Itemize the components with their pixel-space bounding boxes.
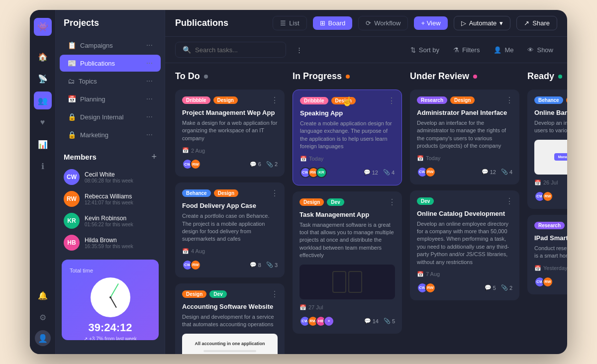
card-menu-icon[interactable]: ⋮ xyxy=(388,197,396,207)
tag-research: Research xyxy=(534,222,565,229)
card-footer: CW RW xyxy=(534,276,567,287)
card-project-mgmt[interactable]: ⋮ Dribbble Design Project Management Wep… xyxy=(175,90,285,177)
team-nav-icon[interactable]: 👥 xyxy=(34,91,52,109)
tag-dev: Dev xyxy=(327,198,344,206)
card-online-catalog[interactable]: ⋮ Dev Online Catalog Development Develop… xyxy=(410,190,519,300)
attachments-count: 3 xyxy=(275,262,278,268)
column-header-todo: To Do xyxy=(175,71,285,82)
column-dot-in-progress xyxy=(346,75,350,79)
card-stats: 💬 14 📎 5 xyxy=(364,318,395,324)
marketing-more-icon[interactable]: ··· xyxy=(146,130,153,139)
tag-behance: Behance xyxy=(182,189,211,197)
app-logo[interactable]: 👾 xyxy=(34,18,52,36)
card-avatars: CW RW xyxy=(417,167,436,178)
view-button[interactable]: + View xyxy=(414,16,447,30)
member-item-kevin[interactable]: KR Kevin Robinson 01:56:22 for this week xyxy=(56,210,165,232)
chart-nav-icon[interactable]: 📊 xyxy=(34,135,52,153)
show-button[interactable]: 👁 Show xyxy=(523,44,557,56)
card-stats: 💬 12 📎 4 xyxy=(482,169,512,175)
card-tags: Research De xyxy=(534,222,567,229)
card-avatars: CW RW xyxy=(182,260,201,271)
clock-container xyxy=(70,277,151,317)
card-avatar-2: RW xyxy=(190,159,201,170)
info-nav-icon[interactable]: ℹ xyxy=(34,157,52,175)
board-view-button[interactable]: ⊞ Board xyxy=(313,16,353,30)
campaigns-more-icon[interactable]: ··· xyxy=(146,41,153,50)
filters-button[interactable]: ⚗ Filters xyxy=(449,44,484,56)
card-menu-icon[interactable]: ⋮ xyxy=(505,95,513,105)
member-info-kevin: Kevin Robinson 01:56:22 for this week xyxy=(85,215,157,227)
comment-icon: 💬 xyxy=(485,284,492,291)
automate-icon: ▷ xyxy=(461,19,466,27)
card-ipad-smart[interactable]: ⋮ Research De IPad Smart H... Conduct re… xyxy=(527,215,567,294)
workflow-view-button[interactable]: ⟳ Workflow xyxy=(358,16,408,30)
user-avatar-icon[interactable]: 👤 xyxy=(35,330,51,346)
topics-more-icon[interactable]: ··· xyxy=(146,77,153,86)
comment-icon: 💬 xyxy=(364,318,371,324)
card-online-bank[interactable]: ⋮ Behance De Online Bank A... Develop an… xyxy=(527,90,567,209)
sidebar-item-publications[interactable]: 📰 Publications ··· xyxy=(60,55,161,72)
marketing-icon: 🔒 xyxy=(68,131,76,139)
card-menu-icon[interactable]: ⋮ xyxy=(271,289,279,299)
share-button[interactable]: ↗ Share xyxy=(516,16,557,30)
filter-icon: ⚗ xyxy=(453,46,459,54)
card-avatar-3: KR xyxy=(316,167,327,178)
sidebar-design-internal-label: Design Internal xyxy=(80,113,142,121)
sidebar-item-marketing[interactable]: 🔒 Marketing ··· xyxy=(60,126,161,143)
attachment-icon: 📎 xyxy=(266,161,273,168)
attachments-stat: 📎 2 xyxy=(266,161,278,168)
sidebar-item-planning[interactable]: 📅 Planning ··· xyxy=(60,91,161,107)
list-icon: ☰ xyxy=(280,19,286,27)
card-menu-icon[interactable]: ⋮ xyxy=(271,188,279,198)
card-menu-icon[interactable]: ⋮ xyxy=(388,96,396,105)
bell-nav-icon[interactable]: 🔔 xyxy=(34,286,52,304)
manage-thumb: Manage your finances wisely xyxy=(534,140,567,175)
comment-icon: 💬 xyxy=(482,169,489,175)
comments-stat: 💬 12 xyxy=(482,169,496,175)
member-item-hilda[interactable]: HB Hilda Brown 16:35:59 for this week xyxy=(56,232,165,254)
me-button[interactable]: 👤 Me xyxy=(490,44,517,56)
sidebar-item-topics[interactable]: 🗂 Topics ··· xyxy=(60,73,161,90)
list-view-button[interactable]: ☰ List xyxy=(273,16,306,30)
settings-nav-icon[interactable]: ⚙ xyxy=(34,308,52,326)
heart-nav-icon[interactable]: ♥ xyxy=(34,113,52,131)
activity-nav-icon[interactable]: 📡 xyxy=(34,70,52,88)
card-admin-panel[interactable]: ⋮ Research Design Administrator Panel In… xyxy=(410,90,519,184)
sidebar-item-campaigns[interactable]: 📋 Campaigns ··· xyxy=(60,37,161,54)
clock-hour-hand xyxy=(110,297,117,308)
search-box[interactable]: 🔍 xyxy=(175,42,286,58)
card-avatar-2: RW xyxy=(190,260,201,271)
member-item-cecil[interactable]: CW Cecil White 08:06:28 for this week xyxy=(56,166,165,188)
member-avatar-kevin: KR xyxy=(64,213,80,229)
card-menu-icon[interactable]: ⋮ xyxy=(505,196,513,206)
automate-button[interactable]: ▷ Automate ▾ xyxy=(454,16,511,30)
search-input[interactable] xyxy=(195,46,279,54)
calendar-icon: 📅 xyxy=(534,180,541,186)
card-tags: Design Dev xyxy=(182,290,278,298)
card-menu-icon[interactable]: ⋮ xyxy=(271,95,279,105)
card-speaking-app[interactable]: ⋮ ☝ Dribbble Design Speaking App Create … xyxy=(293,90,402,185)
attachments-stat: 📎 3 xyxy=(266,262,278,268)
card-task-mgmt[interactable]: ⋮ Design Dev Task Management App Task ma… xyxy=(293,191,402,334)
card-food-delivery[interactable]: ⋮ Behance Design Food Delivery App Case … xyxy=(175,182,285,277)
card-desc: Conduct research application interface i… xyxy=(534,245,567,260)
date-text: 7 Aug xyxy=(426,271,440,277)
member-item-rebecca[interactable]: RW Rebecca Williams 12:41:07 for this we… xyxy=(56,188,165,210)
planning-icon: 📅 xyxy=(68,95,76,103)
sort-by-button[interactable]: ⇅ Sort by xyxy=(406,44,443,56)
comments-stat: 💬 14 xyxy=(364,318,379,324)
planning-more-icon[interactable]: ··· xyxy=(146,94,153,103)
card-title: IPad Smart H... xyxy=(534,234,567,242)
design-internal-more-icon[interactable]: ··· xyxy=(146,112,153,121)
card-desc: Develop an interface for the administrat… xyxy=(417,119,512,150)
home-nav-icon[interactable]: 🏠 xyxy=(34,48,52,66)
more-options-button[interactable]: ⋮ xyxy=(292,44,306,56)
calendar-icon: 📅 xyxy=(299,304,306,311)
tag-design: Design xyxy=(213,96,238,104)
attachments-count: 5 xyxy=(392,318,395,324)
timer-change-text: +3.7% from last week xyxy=(89,336,137,340)
card-accounting[interactable]: ⋮ Design Dev Accounting Software Website… xyxy=(175,283,285,354)
publications-more-icon[interactable]: ··· xyxy=(146,59,153,68)
sidebar-item-design-internal[interactable]: 🔒 Design Internal ··· xyxy=(60,108,161,125)
add-member-button[interactable]: + xyxy=(151,152,157,162)
